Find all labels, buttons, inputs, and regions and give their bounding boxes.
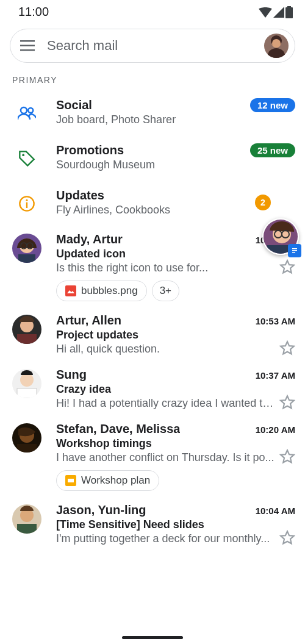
svg-rect-34 bbox=[17, 524, 37, 534]
svg-rect-19 bbox=[65, 285, 76, 296]
sender-avatar bbox=[12, 422, 41, 453]
svg-rect-43 bbox=[292, 252, 295, 253]
svg-rect-0 bbox=[20, 40, 35, 42]
star-toggle[interactable] bbox=[279, 340, 295, 356]
email-snippet: I have another conflict on Thursday. Is … bbox=[56, 451, 295, 464]
email-time: 10:04 AM bbox=[256, 506, 295, 516]
email-snippet: Is this the right icon to use for... bbox=[56, 262, 295, 274]
chat-head-app-icon bbox=[288, 244, 301, 257]
email-item[interactable]: Stefan, Dave, Melissa 10:20 AM Workshop … bbox=[0, 415, 305, 496]
svg-rect-41 bbox=[292, 248, 297, 249]
category-summary: Sourdough Museum bbox=[56, 159, 295, 171]
email-senders: Jason, Yun-ling bbox=[56, 503, 146, 517]
svg-rect-42 bbox=[292, 250, 297, 251]
info-icon bbox=[18, 195, 35, 212]
search-bar[interactable]: Search mail bbox=[10, 29, 295, 63]
email-subject: Updated icon bbox=[56, 248, 295, 260]
svg-point-8 bbox=[21, 107, 27, 113]
status-bar: 11:00 bbox=[0, 0, 305, 21]
svg-rect-22 bbox=[17, 334, 37, 344]
sender-avatar bbox=[12, 313, 41, 344]
category-social[interactable]: Social 12 new Job board, Photo Sharer bbox=[0, 90, 305, 135]
svg-rect-18 bbox=[18, 254, 35, 263]
category-title: Updates bbox=[56, 188, 104, 202]
star-toggle[interactable] bbox=[279, 449, 295, 465]
search-placeholder: Search mail bbox=[47, 38, 253, 54]
email-subject: Project updates bbox=[56, 329, 295, 342]
category-updates[interactable]: Updates Fly Airlines, Cookbooks 2 bbox=[0, 180, 305, 225]
star-toggle[interactable] bbox=[279, 259, 295, 275]
section-label: PRIMARY bbox=[0, 68, 305, 90]
attachment-label: bubbles.png bbox=[81, 285, 138, 297]
email-subject: Workshop timings bbox=[56, 437, 295, 450]
svg-rect-25 bbox=[17, 388, 37, 398]
sender-avatar bbox=[12, 232, 41, 263]
svg-point-10 bbox=[22, 154, 24, 156]
people-icon bbox=[18, 106, 36, 121]
email-item[interactable]: Artur, Allen 10:53 AM Project updates Hi… bbox=[0, 306, 305, 360]
email-senders: Mady, Artur bbox=[56, 232, 123, 246]
status-time: 11:00 bbox=[18, 5, 49, 19]
email-item[interactable]: Jason, Yun-ling 10:04 AM [Time Sensitive… bbox=[0, 496, 305, 550]
email-item[interactable]: Sung 10:37 AM Crazy idea Hi! I had a pot… bbox=[0, 360, 305, 415]
sender-avatar bbox=[12, 368, 41, 398]
star-toggle[interactable] bbox=[279, 530, 295, 546]
email-snippet: I'm putting together a deck for our mont… bbox=[56, 532, 295, 545]
svg-rect-2 bbox=[20, 49, 35, 51]
attachment-more-chip[interactable]: 3+ bbox=[152, 281, 179, 301]
category-title: Promotions bbox=[56, 143, 124, 157]
sender-avatar bbox=[12, 503, 41, 534]
attachment-chip[interactable]: bubbles.png bbox=[56, 281, 147, 301]
svg-rect-29 bbox=[17, 444, 37, 453]
attachment-chip[interactable]: Workshop plan bbox=[56, 470, 159, 491]
attachment-label: Workshop plan bbox=[81, 474, 150, 487]
email-snippet: Hi! I had a potentially crazy idea I wan… bbox=[56, 397, 295, 410]
svg-rect-12 bbox=[26, 202, 27, 208]
search-row: Search mail bbox=[0, 21, 305, 68]
email-senders: Stefan, Dave, Melissa bbox=[56, 422, 180, 436]
email-subject: Crazy idea bbox=[56, 383, 295, 396]
category-promotions[interactable]: Promotions 25 new Sourdough Museum bbox=[0, 135, 305, 180]
wifi-icon bbox=[259, 7, 272, 18]
svg-point-7 bbox=[272, 39, 281, 48]
svg-point-24 bbox=[20, 373, 34, 387]
new-badge: 25 new bbox=[250, 143, 295, 157]
navigation-pill[interactable] bbox=[122, 636, 183, 639]
category-title: Social bbox=[56, 98, 92, 112]
email-time: 10:37 AM bbox=[256, 370, 295, 381]
status-icons bbox=[259, 6, 293, 18]
account-avatar[interactable] bbox=[264, 34, 289, 58]
svg-point-13 bbox=[26, 199, 27, 201]
count-badge: 2 bbox=[255, 195, 271, 210]
email-senders: Artur, Allen bbox=[56, 313, 121, 327]
email-time: 10:20 AM bbox=[256, 424, 295, 435]
email-snippet: Hi all, quick question. bbox=[56, 343, 295, 356]
mail-list: Social 12 new Job board, Photo Sharer Pr… bbox=[0, 90, 305, 550]
tag-icon bbox=[18, 150, 35, 167]
email-item[interactable]: Mady, Artur 10:55 AM Updated icon Is thi… bbox=[0, 225, 305, 306]
email-time: 10:53 AM bbox=[256, 316, 295, 326]
image-icon bbox=[65, 285, 76, 296]
category-summary: Job board, Photo Sharer bbox=[56, 113, 295, 126]
battery-icon bbox=[285, 6, 293, 18]
star-toggle[interactable] bbox=[279, 395, 295, 410]
email-senders: Sung bbox=[56, 368, 87, 382]
slides-icon bbox=[65, 475, 76, 486]
svg-point-9 bbox=[28, 108, 33, 113]
menu-icon[interactable] bbox=[19, 37, 36, 54]
svg-rect-31 bbox=[68, 479, 74, 482]
email-subject: [Time Sensitive] Need slides bbox=[56, 518, 295, 531]
svg-rect-1 bbox=[20, 45, 35, 47]
new-badge: 12 new bbox=[250, 98, 295, 112]
cell-signal-icon bbox=[273, 7, 284, 18]
